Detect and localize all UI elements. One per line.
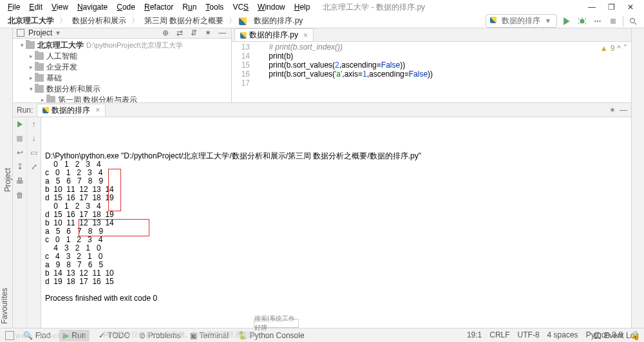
dropdown-icon: ▾ — [546, 16, 550, 25]
close-tab-icon[interactable]: × — [303, 31, 308, 40]
file-encoding[interactable]: UTF-8 — [518, 330, 540, 339]
indent-setting[interactable]: 4 spaces — [547, 330, 578, 339]
editor-tab-label: 数据的排序.py — [249, 30, 298, 41]
warning-icon: ▲ — [600, 44, 608, 53]
run-panel: Run: 数据的排序 × ✶ — ↩ ↧ 🖶 🗑 ↑ ↓ ▭ ⤢ D:\Pyth… — [13, 102, 631, 328]
print-button[interactable]: 🖶 — [15, 176, 24, 185]
toggle-softwrap-button[interactable]: ↩ — [15, 148, 24, 157]
close-tab-icon[interactable]: × — [95, 106, 100, 115]
menu-run[interactable]: Run — [178, 1, 200, 13]
svg-point-1 — [594, 20, 596, 21]
menu-vcs[interactable]: VCS — [229, 1, 252, 13]
locate-icon[interactable]: ⊕ — [160, 28, 171, 37]
down-trace-button[interactable]: ↓ — [30, 134, 39, 143]
svg-point-3 — [599, 20, 600, 21]
svg-rect-4 — [611, 19, 616, 24]
breadcrumb-seg-3[interactable]: 数据的排序.py — [251, 15, 305, 27]
collapse-icon[interactable]: ⇵ — [189, 28, 199, 37]
window-controls: — ❐ ✕ — [587, 3, 640, 12]
svg-point-0 — [580, 19, 584, 23]
run-toolbar-2: ↑ ↓ ▭ ⤢ — [27, 117, 41, 328]
menu-window[interactable]: Window — [254, 1, 289, 13]
run-panel-tab[interactable]: 数据的排序 × — [37, 104, 106, 117]
tree-root[interactable]: ▾ 北京理工大学 D:\pythonProject\北京理工大学 — [13, 40, 231, 51]
breadcrumb: 北京理工大学 〉 数据分析和展示 〉 第三周 数据分析之概要 〉 数据的排序.p… — [5, 15, 305, 27]
main-menu: File Edit View Navigate Code Refactor Ru… — [4, 1, 314, 13]
expand-icon[interactable]: ⇄ — [175, 28, 185, 37]
menu-bar: File Edit View Navigate Code Refactor Ru… — [0, 0, 644, 14]
search-button[interactable] — [627, 15, 639, 27]
search-icon: 🔍 — [23, 331, 33, 340]
menu-navigate[interactable]: Navigate — [73, 1, 111, 13]
debug-button[interactable] — [576, 15, 588, 27]
tree-folder-basic[interactable]: ▸基础 — [13, 73, 231, 84]
tool-todo[interactable]: ✓TODO — [99, 331, 129, 340]
tool-find[interactable]: 🔍Find — [23, 331, 50, 340]
right-tool-strip — [631, 28, 644, 328]
breadcrumb-seg-0[interactable]: 北京理工大学 — [5, 15, 57, 27]
favorites-tool-tab[interactable]: Favourites — [0, 225, 9, 324]
editor-tabs: 数据的排序.py × — [232, 28, 631, 42]
tree-folder-ai[interactable]: ▸人工智能 — [13, 51, 231, 62]
code-editor[interactable]: 1314151617 # print(b.sort_index()) print… — [232, 42, 631, 102]
warning-count: 9 — [611, 44, 615, 53]
up-trace-button[interactable]: ↑ — [30, 120, 39, 129]
menu-refactor[interactable]: Refactor — [140, 1, 177, 13]
floating-search-box[interactable]: 搜索|系统工作好牌 — [254, 319, 299, 328]
lock-icon[interactable]: 🔒 — [630, 330, 640, 339]
project-panel-title: Project — [28, 28, 52, 37]
line-separator[interactable]: CRLF — [489, 330, 509, 339]
terminal-icon: ▣ — [190, 331, 197, 340]
menu-help[interactable]: Help — [290, 1, 314, 13]
python-interpreter[interactable]: Python 3.8 — [586, 330, 623, 339]
project-panel: Project ▾ ⊕ ⇄ ⇵ ✶ — ▾ 北京理工大学 D:\pythonPr… — [13, 28, 232, 102]
tool-window-toggle[interactable] — [5, 331, 14, 340]
caret-position[interactable]: 19:1 — [467, 330, 482, 339]
hide-icon[interactable]: — — [217, 28, 227, 37]
clear-button[interactable]: 🗑 — [15, 191, 24, 200]
python-icon: 🐍 — [238, 331, 247, 340]
run-output[interactable]: D:\Python\python.exe "D:/pythonProject/北… — [41, 117, 631, 328]
window-restore[interactable]: ❐ — [607, 3, 616, 12]
editor-code[interactable]: # print(b.sort_index()) print(b) print(b… — [254, 42, 631, 102]
settings-icon[interactable]: ✶ — [203, 28, 213, 37]
scroll-to-end-button[interactable]: ↧ — [15, 162, 24, 171]
filter-button[interactable]: ▭ — [30, 148, 39, 157]
tool-terminal[interactable]: ▣Terminal — [190, 331, 229, 340]
menu-view[interactable]: View — [48, 1, 72, 13]
run-button[interactable] — [561, 15, 573, 27]
svg-point-2 — [597, 20, 598, 21]
caret-down-icon: ˅ — [623, 44, 627, 53]
menu-edit[interactable]: Edit — [25, 1, 46, 13]
menu-file[interactable]: File — [4, 1, 24, 13]
run-config-label: 数据的排序 — [502, 16, 540, 25]
hide-icon[interactable]: — — [620, 106, 627, 115]
more-actions-button[interactable] — [592, 15, 603, 27]
check-icon: ✓ — [99, 331, 105, 340]
svg-rect-6 — [17, 136, 23, 142]
project-view-icon[interactable] — [17, 29, 24, 37]
tree-folder-enterprise[interactable]: ▸企业开发 — [13, 62, 231, 73]
tree-folder-week1[interactable]: ▸第一周 数据分析与表示 — [13, 95, 231, 102]
breadcrumb-seg-1[interactable]: 数据分析和展示 — [70, 15, 129, 27]
run-config-selector[interactable]: 数据的排序 ▾ — [486, 14, 557, 28]
window-close[interactable]: ✕ — [626, 3, 635, 12]
rerun-button[interactable] — [15, 120, 24, 129]
play-icon: ▶ — [63, 331, 69, 340]
menu-code[interactable]: Code — [113, 1, 139, 13]
breadcrumb-seg-2[interactable]: 第三周 数据分析之概要 — [142, 15, 226, 27]
stop-button[interactable] — [607, 15, 619, 27]
menu-tools[interactable]: Tools — [202, 1, 227, 13]
tool-run[interactable]: ▶Run — [59, 330, 90, 341]
stop-button[interactable] — [15, 134, 24, 143]
tree-folder-datashow[interactable]: ▾数据分析和展示 — [13, 84, 231, 95]
editor-tab-active[interactable]: 数据的排序.py × — [234, 28, 314, 41]
window-minimize[interactable]: — — [587, 3, 596, 12]
tool-problems[interactable]: ⊘Problems — [139, 331, 181, 340]
editor-panel: 数据的排序.py × 1314151617 # print(b.sort_ind… — [232, 28, 631, 102]
expand-button[interactable]: ⤢ — [30, 162, 39, 171]
run-panel-header: Run: 数据的排序 × ✶ — — [13, 103, 631, 117]
inspections-widget[interactable]: ▲ 9 ^ ˅ — [600, 44, 627, 53]
gear-icon[interactable]: ✶ — [609, 106, 616, 115]
svg-point-5 — [630, 18, 635, 23]
